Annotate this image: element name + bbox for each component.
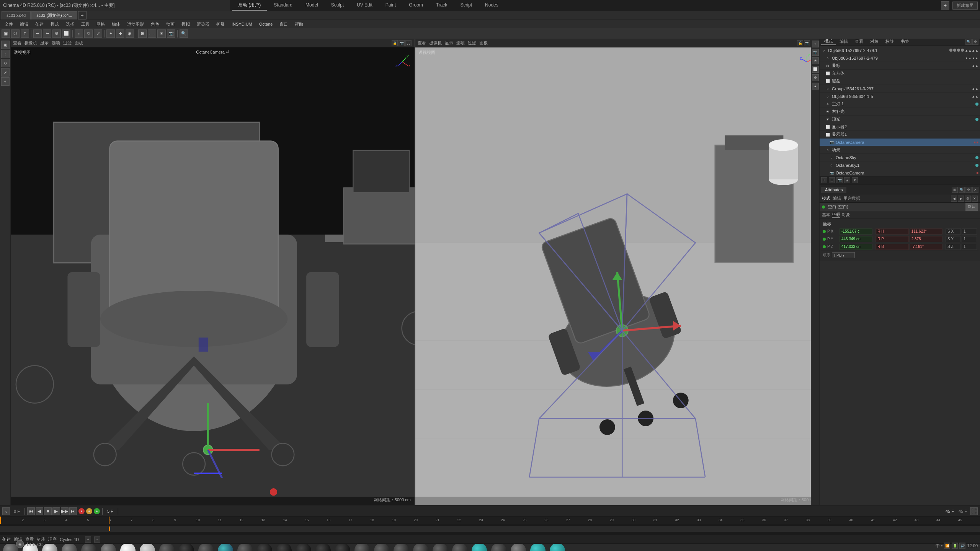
tl-rec-btn[interactable]: ●: [78, 508, 85, 514]
vp-right-view-btn[interactable]: 查看: [418, 40, 426, 46]
mode-tab-nodes[interactable]: Nodes: [479, 1, 505, 10]
obj-item-16[interactable]: 📷 OctaneCamera ■: [820, 169, 980, 176]
obj-list-search-icon[interactable]: 🔍: [965, 39, 972, 45]
obj-tab-obj[interactable]: 查看: [852, 38, 866, 45]
vp-left-panel-btn[interactable]: 面板: [75, 40, 83, 46]
tl-prev-btn[interactable]: ◀: [36, 507, 43, 515]
vp-left-filter-btn[interactable]: 过滤: [63, 40, 72, 46]
mat-swatch-11[interactable]: Octar: [216, 544, 235, 551]
menu-mode[interactable]: 模式: [47, 21, 62, 28]
mat-swatch-19[interactable]: Octar: [372, 544, 391, 551]
toolbar-scale-btn[interactable]: ⤢: [94, 29, 102, 38]
obj-item-8[interactable]: ☀ 右补光: [820, 108, 980, 116]
attr-gear2[interactable]: ⚙: [965, 196, 971, 202]
attr-coord-tab-basic[interactable]: 基本: [822, 212, 830, 218]
mat-tab-cycles[interactable]: Cycles 4D: [60, 537, 79, 542]
vp-right-display-btn[interactable]: 显示: [445, 40, 453, 46]
toolbar-rotate-btn[interactable]: ↻: [84, 29, 93, 38]
vp-right-cam-icon[interactable]: 📷: [804, 40, 810, 46]
attr-val-rb[interactable]: R B: [875, 244, 908, 250]
attr-mode-user[interactable]: 用户数据: [843, 196, 860, 201]
toolbar-redo-btn[interactable]: ↪: [43, 29, 51, 38]
mode-tab-script[interactable]: Script: [454, 1, 478, 10]
attr-val-sz[interactable]: 1: [962, 244, 977, 250]
toolbar-grid2-btn[interactable]: ⋮⋮: [148, 29, 156, 38]
mat-swatch-17[interactable]: Octar: [333, 544, 352, 551]
mat-swatch-3[interactable]: Speal: [60, 544, 78, 551]
tl-play-btn[interactable]: ▶: [52, 507, 60, 515]
toolbar-render2-btn[interactable]: ⬜: [62, 29, 70, 38]
tab-sc03[interactable]: sc03 (源文件) :c4...: [31, 11, 77, 20]
obj-item-14[interactable]: ○ OctaneSky: [820, 154, 980, 161]
toolbar-search-btn[interactable]: 🔍: [180, 29, 188, 38]
mat-swatch-8[interactable]: Back: [158, 544, 176, 551]
attr-val-pz[interactable]: 417.033 cn: [840, 244, 872, 250]
obj-item-5[interactable]: ○ Group-1534261-3-297 ▲▲: [820, 85, 980, 93]
menu-simulate[interactable]: 模拟: [178, 21, 193, 28]
volume-icon[interactable]: 🔊: [959, 543, 965, 549]
attr-panel-gear[interactable]: ⚙: [965, 187, 972, 193]
mat-swatch-6[interactable]: Back: [119, 544, 137, 551]
tl-last-btn[interactable]: ⏭: [69, 507, 77, 515]
attr-val-px[interactable]: -1551.67 c: [840, 228, 872, 235]
toolbar-move-btn[interactable]: ↕: [75, 29, 83, 38]
vp-left-options-btn[interactable]: 选项: [52, 40, 60, 46]
rp-filter-btn[interactable]: ☰: [829, 177, 835, 183]
obj-item-1[interactable]: ○ Obj3d66-1527697-2-479 ▲▲▲▲: [820, 54, 980, 62]
mat-swatch-24[interactable]: Octar: [470, 544, 488, 551]
rp-arrow-down[interactable]: ▼: [852, 177, 858, 183]
obj-item-12[interactable]: 📷 OctaneCamera ■ ■: [820, 139, 980, 146]
mat-swatch-10[interactable]: Octar: [197, 544, 215, 551]
mode-tab-standard[interactable]: Standard: [268, 1, 299, 10]
vp-right-panel-btn[interactable]: 面板: [479, 40, 488, 46]
menu-help[interactable]: 帮助: [292, 21, 306, 28]
vp-left-camera-btn[interactable]: 摄像机: [24, 40, 37, 46]
menu-extend[interactable]: 扩展: [213, 21, 228, 28]
toolbar-xray-btn[interactable]: ◉: [126, 29, 134, 38]
attr-quaternion-label[interactable]: 四元: [823, 260, 831, 261]
tl-first-btn[interactable]: ⏮: [27, 507, 35, 515]
menu-mesh[interactable]: 网格: [93, 21, 108, 28]
add-layout-button[interactable]: +: [941, 1, 949, 10]
mat-swatch-13[interactable]: Octar: [255, 544, 274, 551]
toolbar-camera2-btn[interactable]: 📷: [167, 29, 175, 38]
menu-animate[interactable]: 动画: [163, 21, 178, 28]
lang-zh[interactable]: 中: [936, 543, 940, 549]
toolbar-grid-btn[interactable]: ⊞: [138, 29, 147, 38]
mat-swatch-26[interactable]: Octar: [509, 544, 528, 551]
mode-add-btn[interactable]: +: [1, 77, 10, 86]
attr-val-rp[interactable]: R P: [875, 236, 908, 242]
mat-swatch-7[interactable]: +/-: [138, 544, 157, 551]
menu-render[interactable]: 渲染器: [194, 21, 212, 28]
toolbar-undo-btn[interactable]: ↩: [33, 29, 42, 38]
mat-swatch-15[interactable]: Octar: [294, 544, 313, 551]
mat-add-btn[interactable]: +: [85, 536, 91, 543]
attr-val-rh-num[interactable]: 111.623°: [910, 228, 942, 235]
mode-move-btn[interactable]: ↕: [1, 50, 10, 58]
menu-octane[interactable]: Octane: [256, 21, 276, 27]
mode-tab-groom[interactable]: Groom: [403, 1, 429, 10]
mat-swatch-23[interactable]: Octar: [451, 544, 469, 551]
wifi-icon[interactable]: 📶: [944, 543, 950, 549]
mat-swatch-9[interactable]: Stopp: [177, 544, 196, 551]
vp-right-options-btn[interactable]: 选项: [456, 40, 465, 46]
obj-item-15[interactable]: ○ OctaneSky.1: [820, 161, 980, 169]
rp-camera-icon[interactable]: 📷: [836, 177, 843, 183]
rs-arrow-btn[interactable]: ▲: [812, 83, 819, 90]
obj-item-9[interactable]: ☀ 顶光: [820, 116, 980, 123]
mat-swatch-27[interactable]: Octar: [529, 544, 547, 551]
mat-swatch-5[interactable]: Text: [99, 544, 118, 551]
tl-stop-btn[interactable]: ■: [44, 507, 52, 515]
vp-left-lock-icon[interactable]: 🔒: [392, 40, 398, 46]
mat-swatch-20[interactable]: Octar: [392, 544, 410, 551]
toolbar-axis-btn[interactable]: ✚: [116, 29, 124, 38]
attr-val-sx[interactable]: 1: [962, 228, 977, 235]
attr-val-rb-num[interactable]: -7.161°: [910, 244, 942, 250]
mat-minus-btn[interactable]: −: [94, 536, 100, 543]
mat-tab-order[interactable]: 理序: [48, 536, 57, 542]
rs-settings-btn[interactable]: ⚙: [812, 74, 819, 81]
mat-swatch-2[interactable]: Chror: [41, 544, 59, 551]
attr-val-sy[interactable]: 1: [962, 236, 977, 242]
menu-window[interactable]: 窗口: [276, 21, 291, 28]
obj-item-4[interactable]: ⬜ 键盘: [820, 77, 980, 85]
